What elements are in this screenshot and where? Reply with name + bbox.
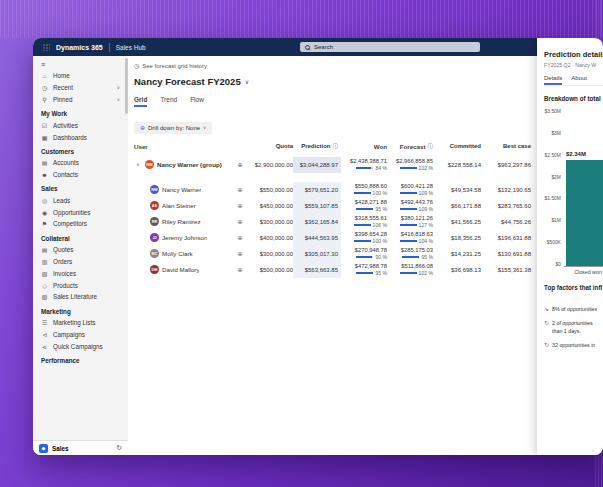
sidebar-item-pinned[interactable]: ⚲Pinned∨ xyxy=(33,94,128,106)
sidebar-item-products[interactable]: ◇Products xyxy=(33,279,128,291)
chart-y-axis: $3.50M$3M$2.50M$2M$1.50M$1M$500K$0 xyxy=(544,109,564,267)
progress-bar-fill xyxy=(356,256,371,258)
metric-amount: $550,888.60 xyxy=(355,183,387,189)
cell-prediction[interactable]: $559,107.85 xyxy=(293,198,341,214)
page-title[interactable]: Nancy Forecast FY2025 ∨ xyxy=(134,76,603,96)
tab-trend[interactable]: Trend xyxy=(160,96,177,107)
sidebar-section-header: Marketing xyxy=(33,303,128,317)
sidebar-item-opportunities[interactable]: ◉Opportunities xyxy=(33,206,128,218)
y-axis-tick-label: $3.50M xyxy=(545,109,561,114)
forecast-table-body: ∨NWNancy Warner (group)⊕$2,900,000.00$3,… xyxy=(134,157,603,278)
area-switcher[interactable]: ◆ Sales ↻ xyxy=(33,440,128,455)
avatar: MC xyxy=(150,249,159,258)
drill-down-icon[interactable]: ⊕ xyxy=(231,230,249,246)
forecast-history-link[interactable]: ◷ See forecast grid history xyxy=(134,60,603,76)
metric-percent: 95 % xyxy=(375,270,387,276)
sidebar-item-quotes[interactable]: ▤Quotes xyxy=(33,244,128,256)
sidebar-item-leads[interactable]: ◎Leads xyxy=(33,194,128,206)
drill-down-icon[interactable]: ⊕ xyxy=(231,262,249,278)
sidebar-item-campaigns[interactable]: ⊲Campaigns xyxy=(33,329,128,341)
closed-won-bar[interactable] xyxy=(566,160,603,266)
metric-percent: 102 % xyxy=(419,165,433,171)
sidebar-item-quick-campaigns[interactable]: ⋖Quick Campaigns xyxy=(33,340,128,352)
chevron-down-icon[interactable]: ∨ xyxy=(134,162,142,167)
table-row[interactable]: RRRiley Ramirez⊕$300,000.00$362,165.84$3… xyxy=(134,214,603,230)
drill-down-icon[interactable]: ⊕ xyxy=(231,198,249,214)
cell-prediction[interactable]: $579,651.20 xyxy=(293,182,341,198)
breakdown-section-title: Breakdown of total xyxy=(544,86,603,109)
cell-quota: $500,000.00 xyxy=(249,262,293,278)
table-row[interactable]: ASAlan Steiner⊕$450,000.00$559,107.85$42… xyxy=(134,198,603,214)
drilldown-label: Drill down by: None xyxy=(148,125,200,131)
metric-percent: 90 % xyxy=(375,254,387,260)
table-row[interactable]: ∨NWNancy Warner (group)⊕$2,900,000.00$3,… xyxy=(134,157,603,173)
sidebar-scrollbar[interactable] xyxy=(125,58,128,114)
y-axis-tick-label: $1M xyxy=(551,218,561,223)
drill-down-icon[interactable]: ⊕ xyxy=(231,157,249,173)
metric-percent: 84 % xyxy=(375,165,387,171)
sidebar-item-invoices[interactable]: ▨Invoices xyxy=(33,267,128,279)
column-header-best-case[interactable]: Best case xyxy=(481,143,531,149)
progress-bar xyxy=(356,208,373,210)
drill-down-icon[interactable]: ⊕ xyxy=(231,214,249,230)
cell-prediction[interactable]: $362,165.84 xyxy=(293,214,341,230)
column-header-won[interactable]: Won xyxy=(341,143,387,150)
sidebar-item-accounts[interactable]: ▤Accounts xyxy=(33,157,128,169)
sidebar-item-home[interactable]: ⌂Home xyxy=(33,70,128,82)
purple-background: Dynamics 365 Sales Hub Search ≡ ⌂Home◷Re… xyxy=(0,0,603,487)
panel-title: Prediction details xyxy=(544,50,603,59)
drill-down-icon[interactable]: ⊕ xyxy=(231,246,249,262)
metric-percent: 106 % xyxy=(373,222,387,228)
cell-user: ∨NWNancy Warner (group) xyxy=(134,157,231,173)
drill-down-icon[interactable]: ⊕ xyxy=(231,182,249,198)
tab-flow[interactable]: Flow xyxy=(190,96,204,107)
cell-fc: $2,966,858.85102 % xyxy=(387,157,433,173)
background-streaks-top xyxy=(0,0,603,38)
table-row[interactable]: MCMolly Clark⊕$300,000.00$305,017.30$270… xyxy=(134,246,603,262)
cell-prediction[interactable]: $563,663.85 xyxy=(293,262,341,278)
column-header-quota[interactable]: Quota xyxy=(249,143,293,149)
drilldown-selector[interactable]: ⊕ Drill down by: None ∨ xyxy=(134,122,212,134)
cell-won: $270,948.7890 % xyxy=(341,246,387,262)
table-row[interactable]: NWNancy Warner⊕$550,000.00$579,651.20$55… xyxy=(134,182,603,198)
sidebar-item-sales-literature[interactable]: ▧Sales Literature xyxy=(33,291,128,303)
table-row[interactable]: JJJeremy Johnson⊕$400,000.00$444,563.95$… xyxy=(134,230,603,246)
panel-tab-about[interactable]: About xyxy=(571,75,587,85)
sidebar-item-activities[interactable]: ☑Activities xyxy=(33,119,128,131)
metric-percent: 109 % xyxy=(419,206,433,212)
sidebar-item-orders[interactable]: ▥Orders xyxy=(33,256,128,268)
sidebar-item-label: Home xyxy=(53,72,70,79)
cell-prediction[interactable]: $444,563.95 xyxy=(293,230,341,246)
sidebar-item-contacts[interactable]: ☻Contacts xyxy=(33,169,128,181)
cell-prediction[interactable]: $305,017.30 xyxy=(293,246,341,262)
search-icon xyxy=(305,45,310,50)
app-name[interactable]: Sales Hub xyxy=(116,44,146,51)
change-icon: ↻ xyxy=(544,320,549,334)
progress-bar xyxy=(354,224,371,226)
sidebar-item-dashboards[interactable]: ▦Dashboards xyxy=(33,131,128,143)
sidebar-item-competitors[interactable]: ⚑Competitors xyxy=(33,218,128,230)
sidebar-item-recent[interactable]: ◷Recent∨ xyxy=(33,82,128,94)
y-axis-tick-label: $3M xyxy=(551,131,561,136)
search-input[interactable]: Search xyxy=(300,42,480,52)
cell-fc: $511,866.08102 % xyxy=(387,262,433,278)
cell-prediction[interactable]: $3,044,288.97 xyxy=(293,157,341,173)
products-icon: ◇ xyxy=(41,282,48,289)
refresh-icon[interactable]: ↻ xyxy=(116,444,122,452)
metric-amount: $600,421.28 xyxy=(401,183,433,189)
sidebar-item-marketing-lists[interactable]: ☰Marketing Lists xyxy=(33,317,128,329)
column-header-committed[interactable]: Committed xyxy=(433,143,481,149)
table-row[interactable]: DMDavid Mallory⊕$500,000.00$563,663.85$4… xyxy=(134,262,603,278)
topbar-divider xyxy=(109,43,110,52)
waffle-icon[interactable] xyxy=(42,43,50,51)
info-icon[interactable]: ⓘ xyxy=(333,143,339,150)
cell-quota: $550,000.00 xyxy=(249,182,293,198)
column-header-forecast[interactable]: Forecast ⓘ xyxy=(387,143,433,150)
column-header-prediction[interactable]: Prediction ⓘ xyxy=(293,143,341,150)
tab-grid[interactable]: Grid xyxy=(134,96,147,107)
column-header-user[interactable]: User xyxy=(134,143,231,150)
change-icon: ↻ xyxy=(544,342,549,349)
forecast-history-label: See forecast grid history xyxy=(142,63,207,69)
panel-tab-details[interactable]: Details xyxy=(544,75,562,85)
sidebar-collapse-button[interactable]: ≡ xyxy=(33,58,128,70)
